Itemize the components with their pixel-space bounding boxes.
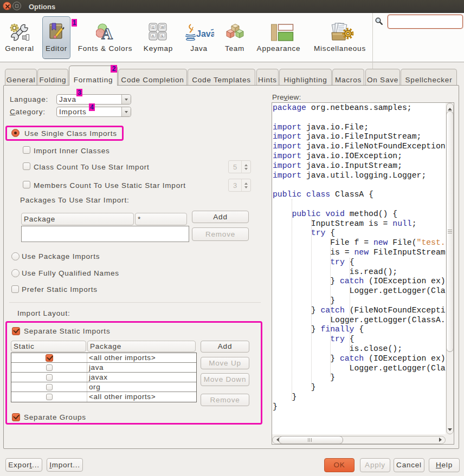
svg-text:Java: Java bbox=[196, 29, 214, 38]
svg-text:A: A bbox=[152, 34, 154, 37]
svg-text:A: A bbox=[101, 25, 113, 41]
svg-text:W: W bbox=[161, 25, 164, 29]
svg-text:S: S bbox=[161, 34, 163, 37]
svg-text:Q: Q bbox=[152, 25, 154, 29]
